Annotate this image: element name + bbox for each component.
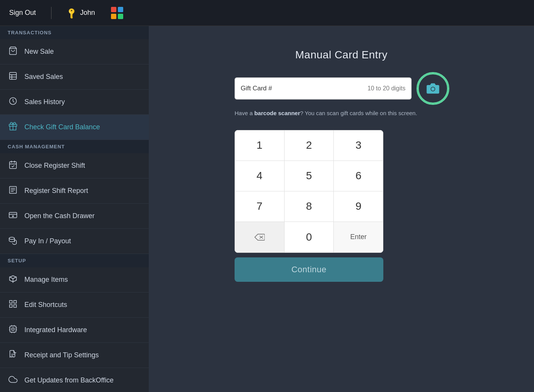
sidebar-item-receipt-tip[interactable]: Receipt and Tip Settings [0,343,149,368]
sidebar-item-open-cash-drawer[interactable]: Open the Cash Drawer [0,204,149,229]
sidebar-item-new-sale[interactable]: New Sale [0,39,149,64]
svg-rect-12 [10,162,16,169]
numpad-key-6[interactable]: 6 [334,161,383,191]
svg-rect-28 [10,326,16,332]
sidebar-item-register-report[interactable]: Register Shift Report [0,178,149,204]
numpad-key-1[interactable]: 1 [235,130,285,161]
svg-point-21 [13,216,14,217]
check-gift-card-label: Check Gift Card Balance [24,123,100,131]
barcode-hint: Have a barcode scanner? You can scan gif… [235,109,448,118]
svg-rect-25 [14,300,16,303]
hardware-icon [8,325,18,336]
svg-rect-29 [12,328,14,330]
content-area: Manual Card Entry Gift Card # Have a bar… [149,26,534,392]
barcode-hint-suffix: ? You can scan gift cards while on this … [300,110,417,116]
header-user: 🔑 John [67,8,95,18]
numpad-key-2[interactable]: 2 [285,130,334,161]
sidebar: TRANSACTIONS New Sale Saved Sales Sales … [0,26,149,392]
logo-svg [110,6,124,20]
numpad-row-1: 1 2 3 [235,130,383,161]
receipt-icon [8,350,18,361]
svg-point-22 [9,237,14,239]
gift-icon [8,122,18,133]
svg-point-41 [431,87,435,91]
get-updates-label: Get Updates from BackOffice [24,376,114,384]
gift-card-label: Gift Card # [241,85,272,92]
sidebar-item-get-updates[interactable]: Get Updates from BackOffice [0,368,149,392]
pay-in-payout-label: Pay In / Payout [24,237,71,245]
key-icon: 🔑 [65,6,78,19]
numpad-row-4: 0 Enter [235,222,383,252]
camera-scan-button[interactable] [418,73,448,104]
numpad-key-0[interactable]: 0 [285,222,334,252]
shopping-bag-icon [8,46,18,57]
saved-sales-label: Saved Sales [24,73,63,81]
gift-card-input-wrapper: Gift Card # [235,77,412,100]
svg-rect-24 [10,300,12,303]
numpad-row-2: 4 5 6 [235,161,383,191]
cash-drawer-icon [8,210,18,222]
sales-history-label: Sales History [24,98,65,106]
numpad-key-9[interactable]: 9 [334,191,383,222]
camera-icon [426,82,440,95]
numpad-key-8[interactable]: 8 [285,191,334,222]
sign-out-button[interactable]: Sign Out [9,9,36,17]
svg-point-40 [431,87,435,92]
section-setup: SETUP [0,254,149,267]
svg-rect-2 [111,14,116,19]
gift-card-input-row: Gift Card # [235,73,448,104]
gift-card-number-input[interactable] [276,85,405,92]
svg-rect-1 [118,7,123,12]
edit-shortcuts-label: Edit Shortcuts [24,301,67,309]
manage-items-label: Manage Items [24,276,68,284]
calendar-check-icon [8,160,18,171]
numpad-key-enter[interactable]: Enter [334,222,383,252]
sidebar-item-close-register[interactable]: Close Register Shift [0,153,149,178]
section-transactions: TRANSACTIONS [0,26,149,39]
section-cash-management: CASH MANAGEMENT [0,140,149,153]
receipt-tip-label: Receipt and Tip Settings [24,351,99,359]
svg-rect-0 [111,7,116,12]
page-title: Manual Card Entry [295,49,388,61]
sidebar-item-saved-sales[interactable]: Saved Sales [0,64,149,90]
coins-icon [8,236,18,247]
sidebar-item-pay-in-payout[interactable]: Pay In / Payout [0,229,149,254]
cloud-icon [8,375,18,386]
register-report-label: Register Shift Report [24,187,88,195]
saved-icon [8,71,18,82]
app-logo [110,6,124,20]
svg-rect-3 [118,14,123,19]
open-cash-drawer-label: Open the Cash Drawer [24,212,95,220]
app-header: Sign Out 🔑 John [0,0,534,26]
header-divider [51,7,51,19]
svg-rect-26 [10,305,12,307]
sidebar-item-edit-shortcuts[interactable]: Edit Shortcuts [0,292,149,318]
svg-rect-5 [10,72,16,79]
numpad-key-7[interactable]: 7 [235,191,285,222]
sidebar-item-integrated-hardware[interactable]: Integrated Hardware [0,318,149,343]
sidebar-item-check-gift-card[interactable]: Check Gift Card Balance [0,115,149,140]
numpad-key-3[interactable]: 3 [334,130,383,161]
svg-rect-27 [14,305,16,307]
barcode-hint-prefix: Have a [235,110,254,116]
continue-button[interactable]: Continue [235,257,383,282]
box-icon [8,274,18,285]
history-icon [8,96,18,108]
main-layout: TRANSACTIONS New Sale Saved Sales Sales … [0,26,534,392]
report-icon [8,185,18,196]
numpad-key-backspace[interactable] [235,222,285,252]
user-name: John [80,9,95,17]
sidebar-item-sales-history[interactable]: Sales History [0,90,149,115]
numpad: 1 2 3 4 5 6 7 8 9 [235,130,383,253]
numpad-key-4[interactable]: 4 [235,161,285,191]
backspace-icon [254,233,265,241]
integrated-hardware-label: Integrated Hardware [24,326,87,334]
numpad-key-5[interactable]: 5 [285,161,334,191]
barcode-hint-bold: barcode scanner [254,110,300,116]
grid-icon [8,299,18,310]
new-sale-label: New Sale [24,48,54,56]
numpad-row-3: 7 8 9 [235,191,383,222]
sidebar-item-manage-items[interactable]: Manage Items [0,267,149,292]
close-register-label: Close Register Shift [24,162,85,170]
card-form: Gift Card # Have a barcode scanner? You … [235,73,448,282]
